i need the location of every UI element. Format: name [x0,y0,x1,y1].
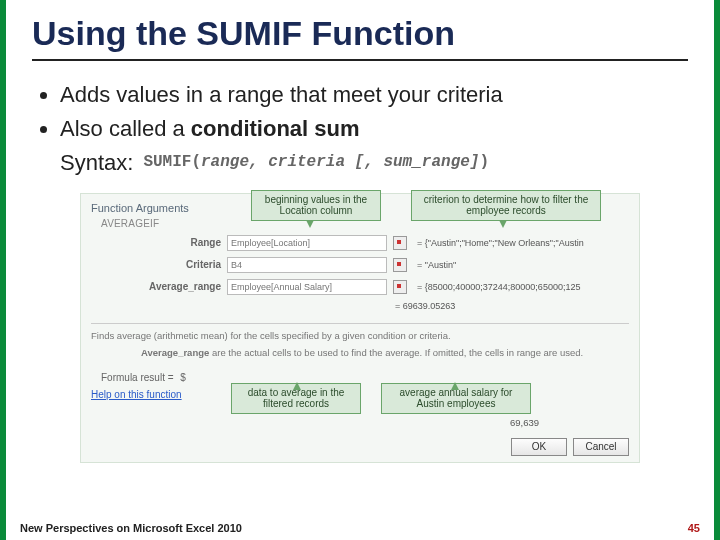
slide-number: 45 [688,522,700,534]
arg-row-criteria: Criteria = "Austin" [131,257,629,273]
slide-title: Using the SUMIF Function [32,14,688,61]
arg-label-range: Range [131,237,221,248]
ok-button[interactable]: OK [511,438,567,456]
desc-arg-text: are the actual cells to be used to find … [212,347,583,358]
bullet-3: Syntax: SUMIF(range, criteria [, sum_ran… [60,147,688,179]
syntax-fn: SUMIF( [143,153,201,171]
average-range-input[interactable] [227,279,387,295]
range-preview: = {"Austin";"Home";"New Orleans";"Austin [417,238,584,248]
syntax-opt: [, sum_range] [355,153,480,171]
arrow-icon [499,220,507,228]
formula-result-value: 69,639 [510,417,539,428]
callout-range: beginning values in the Location column [251,190,381,221]
syntax-args: range, criteria [201,153,355,171]
syntax-close: ) [479,153,489,171]
arrow-icon [293,382,301,390]
dialog-arg-description: Average_range are the actual cells to be… [141,347,629,358]
syntax-code: SUMIF(range, criteria [, sum_range]) [143,151,489,174]
arg-row-average-range: Average_range = {85000;40000;37244;80000… [131,279,629,295]
average-range-preview: = {85000;40000;37244;80000;65000;125 [417,282,580,292]
formula-result-row: Formula result = $ [101,372,629,383]
desc-arg-name: Average_range [141,347,209,358]
slide-footer: New Perspectives on Microsoft Excel 2010… [20,522,700,534]
dialog-description: Finds average (arithmetic mean) for the … [91,323,629,341]
arg-label-average-range: Average_range [131,281,221,292]
criteria-preview: = "Austin" [417,260,456,270]
arrow-icon [451,382,459,390]
refedit-button[interactable] [393,258,407,272]
range-input[interactable] [227,235,387,251]
arg-row-range: Range = {"Austin";"Home";"New Orleans";"… [131,235,629,251]
refedit-button[interactable] [393,236,407,250]
bullet-2-bold: conditional sum [191,116,360,141]
bullet-2-pre: Also called a [60,116,191,141]
cancel-button[interactable]: Cancel [573,438,629,456]
formula-result-label: Formula result = [101,372,174,383]
arg-row-result: = 69639.05263 [391,301,629,311]
bullet-list: Adds values in a range that meet your cr… [32,79,688,179]
bullet-3-label: Syntax: [60,147,133,179]
bullet-2: Also called a conditional sum [60,113,688,145]
arrow-icon [306,220,314,228]
bullet-1: Adds values in a range that meet your cr… [60,79,688,111]
formula-result-currency: $ [180,372,186,383]
criteria-input[interactable] [227,257,387,273]
footer-source: New Perspectives on Microsoft Excel 2010 [20,522,242,534]
help-link[interactable]: Help on this function [91,389,182,400]
callout-criteria: criterion to determine how to filter the… [411,190,601,221]
computed-result: = 69639.05263 [395,301,455,311]
refedit-button[interactable] [393,280,407,294]
arg-label-criteria: Criteria [131,259,221,270]
function-arguments-dialog: beginning values in the Location column … [80,193,640,463]
